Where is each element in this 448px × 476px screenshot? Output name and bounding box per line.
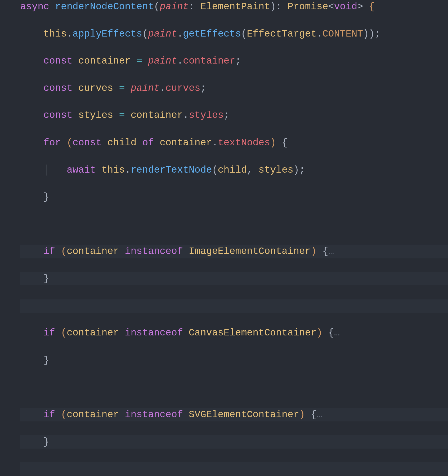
keyword-const: const xyxy=(43,56,73,66)
brace: } xyxy=(43,192,49,203)
keyword-instanceof: instanceof xyxy=(125,246,183,257)
brace: { xyxy=(322,246,328,257)
var-paint: paint xyxy=(131,83,160,94)
paren: ( xyxy=(241,28,247,39)
brace: } xyxy=(43,355,49,366)
keyword-async: async xyxy=(20,1,49,12)
paren: ) xyxy=(317,327,322,338)
collapsed-icon[interactable]: … xyxy=(317,409,322,420)
keyword-await: await xyxy=(67,164,96,175)
paren: ) xyxy=(270,1,276,12)
dot: . xyxy=(212,137,218,148)
type-CanvasElementContainer: CanvasElementContainer xyxy=(189,327,317,338)
var-child: child xyxy=(107,137,137,148)
fn-renderNodeContent: renderNodeContent xyxy=(55,1,154,12)
paren: ) xyxy=(299,409,305,420)
collapsed-icon[interactable]: … xyxy=(334,327,340,338)
prop-container: container xyxy=(183,56,235,66)
dot: . xyxy=(183,110,189,121)
var-container: container xyxy=(160,137,212,148)
brace: { xyxy=(311,409,317,420)
paren: ) xyxy=(293,164,299,175)
op-eq: = xyxy=(119,83,125,94)
lt: < xyxy=(328,1,334,12)
type-Promise: Promise xyxy=(288,1,328,12)
brace: } xyxy=(43,273,49,284)
op-eq: = xyxy=(136,56,142,66)
type-ElementPaint: ElementPaint xyxy=(200,1,270,12)
collapsed-icon[interactable]: … xyxy=(328,246,334,257)
paren: ( xyxy=(142,28,148,39)
var-paint: paint xyxy=(148,28,177,39)
var-container: container xyxy=(78,56,131,66)
type-void: void xyxy=(334,1,357,12)
const-CONTENT: CONTENT xyxy=(322,28,363,39)
colon: : xyxy=(276,1,282,12)
type-SVGElementContainer: SVGElementContainer xyxy=(189,409,299,420)
comma: , xyxy=(247,164,253,175)
dot: . xyxy=(67,28,73,39)
var-child: child xyxy=(218,164,247,175)
semi: ; xyxy=(224,110,230,121)
semi: ; xyxy=(299,164,305,175)
prop-curves: curves xyxy=(165,83,200,94)
paren: ( xyxy=(61,409,67,420)
colon: : xyxy=(189,1,195,12)
keyword-const: const xyxy=(43,110,73,121)
semi: ; xyxy=(200,83,206,94)
var-curves: curves xyxy=(78,83,113,94)
var-styles: styles xyxy=(78,110,113,121)
keyword-if: if xyxy=(43,409,55,420)
keyword-if: if xyxy=(43,327,55,338)
code-block: async renderNodeContent(paint: ElementPa… xyxy=(0,0,448,476)
type-ImageElementContainer: ImageElementContainer xyxy=(189,246,311,257)
brace: { xyxy=(369,1,375,12)
keyword-instanceof: instanceof xyxy=(125,327,183,338)
fn-getEffects: getEffects xyxy=(183,28,241,39)
paren: ( xyxy=(61,327,67,338)
paren: ( xyxy=(61,246,67,257)
paren: ( xyxy=(154,1,160,12)
this: this xyxy=(43,28,67,39)
prop-textNodes: textNodes xyxy=(218,137,270,148)
paren: ( xyxy=(212,164,218,175)
paren: ) xyxy=(363,28,369,39)
fn-renderTextNode: renderTextNode xyxy=(131,164,212,175)
paren: ) xyxy=(270,137,276,148)
this: this xyxy=(102,164,125,175)
var-styles: styles xyxy=(258,164,293,175)
dot: . xyxy=(160,83,165,94)
prop-styles: styles xyxy=(189,110,224,121)
var-container: container xyxy=(131,110,183,121)
keyword-const: const xyxy=(73,137,102,148)
keyword-of: of xyxy=(142,137,154,148)
var-container: container xyxy=(67,327,119,338)
var-container: container xyxy=(67,246,119,257)
paren: ) xyxy=(369,28,375,39)
semi: ; xyxy=(235,56,241,66)
dot: . xyxy=(125,164,131,175)
dot: . xyxy=(317,28,322,39)
var-container: container xyxy=(67,409,119,420)
dot: . xyxy=(177,56,183,66)
gt: > xyxy=(357,1,363,12)
enum-EffectTarget: EffectTarget xyxy=(247,28,316,39)
brace: { xyxy=(282,137,288,148)
keyword-for: for xyxy=(43,137,61,148)
dot: . xyxy=(177,28,183,39)
param-paint: paint xyxy=(160,1,189,12)
op-eq: = xyxy=(119,110,125,121)
fn-applyEffects: applyEffects xyxy=(73,28,142,39)
brace: { xyxy=(328,327,334,338)
paren: ( xyxy=(67,137,73,148)
keyword-if: if xyxy=(43,246,55,257)
keyword-const: const xyxy=(43,83,73,94)
semi: ; xyxy=(375,28,380,39)
paren: ) xyxy=(311,246,317,257)
keyword-instanceof: instanceof xyxy=(125,409,183,420)
brace: } xyxy=(43,436,49,447)
var-paint: paint xyxy=(148,56,177,66)
